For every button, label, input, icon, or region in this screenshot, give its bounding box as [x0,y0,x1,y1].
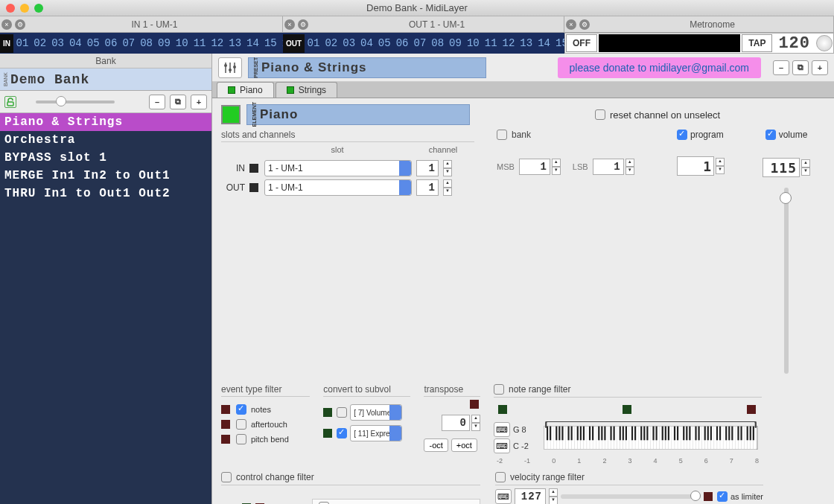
volume-value[interactable]: 115 [763,158,800,177]
lock-icon[interactable] [4,96,16,108]
channel-15[interactable]: 15 [261,37,279,49]
channel-12[interactable]: 12 [500,37,518,49]
preset-remove-button[interactable]: – [773,60,789,75]
note-range-hi-keyboard-icon[interactable]: ⌨ [494,422,510,437]
metro-settings-icon[interactable]: ⚙ [579,19,590,30]
channel-02[interactable]: 02 [31,37,49,49]
channel-10[interactable]: 10 [173,37,191,49]
channel-14[interactable]: 14 [244,37,262,49]
channel-07[interactable]: 07 [120,37,138,49]
channel-01[interactable]: 01 [13,37,31,49]
preset-duplicate-button[interactable]: ⧉ [792,60,809,75]
metronome-knob[interactable] [816,35,833,51]
cc-list-item[interactable]: [ 0] Bank Select [313,500,480,504]
preset-item[interactable]: BYPASS slot 1 [0,149,211,167]
transpose-value[interactable]: 0 [442,415,470,431]
velocity-hi-keyboard-icon[interactable]: ⌨ [495,489,512,504]
event-filter-checkbox[interactable] [236,434,246,444]
slot-device-select[interactable]: 1 - UM-1 [264,160,412,176]
convert-select[interactable]: [ 7] Volume [350,404,402,421]
velocity-hi-limiter-checkbox[interactable] [717,491,728,502]
channel-11[interactable]: 11 [191,37,208,49]
cc-filter-checkbox[interactable] [221,472,232,482]
in-settings-icon[interactable]: ⚙ [15,19,25,30]
channel-05[interactable]: 05 [84,37,102,49]
channel-12[interactable]: 12 [208,37,226,49]
preset-name-field[interactable]: PRESET Piano & Strings [248,57,486,78]
metronome-toggle-button[interactable]: OFF [566,34,597,52]
velocity-hi-slider[interactable] [561,494,701,499]
channel-07[interactable]: 07 [411,37,429,49]
transpose-oct-up-button[interactable]: +oct [451,438,477,452]
mixer-icon-button[interactable] [218,57,242,78]
event-filter-checkbox[interactable] [236,419,246,430]
reset-channel-checkbox-row[interactable]: reset channel on unselect [595,109,720,121]
convert-select[interactable]: [ 11] Express [350,425,402,441]
tab-piano[interactable]: Piano [217,82,274,98]
program-stepper[interactable]: ▲▼ [716,158,725,174]
keyboard-visual[interactable] [540,421,762,454]
channel-10[interactable]: 10 [464,37,482,49]
program-checkbox[interactable] [677,130,687,140]
channel-06[interactable]: 06 [393,37,411,49]
channel-09[interactable]: 09 [447,37,465,49]
preset-list[interactable]: Piano & StringsOrchestraBYPASS slot 1MER… [0,113,211,504]
bank-remove-button[interactable]: – [149,95,165,109]
element-active-indicator[interactable] [221,105,241,124]
channel-08[interactable]: 08 [429,37,447,49]
lsb-value[interactable]: 1 [593,159,624,175]
bank-checkbox[interactable] [497,130,507,140]
metronome-tap-button[interactable]: TAP [742,34,772,52]
slot-device-select[interactable]: 1 - UM-1 [264,179,412,196]
channel-04[interactable]: 04 [66,37,84,49]
event-filter-checkbox[interactable] [236,404,246,415]
cc-list[interactable]: [ 0] Bank Select[ 1] Modulation Wheel[ 2… [312,499,480,504]
channel-03[interactable]: 03 [340,37,358,49]
preset-item[interactable]: Piano & Strings [0,113,211,131]
volume-slider[interactable] [784,188,789,374]
slot-channel-value[interactable]: 1 [416,160,439,176]
bank-duplicate-button[interactable]: ⧉ [170,95,186,109]
preset-add-button[interactable]: + [812,60,828,75]
note-range-checkbox[interactable] [494,384,504,395]
channel-13[interactable]: 13 [226,37,244,49]
convert-checkbox[interactable] [337,407,347,418]
out-close-icon[interactable]: × [284,19,295,30]
transpose-oct-down-button[interactable]: -oct [424,438,448,452]
channel-05[interactable]: 05 [375,37,393,49]
volume-stepper[interactable]: ▲▼ [801,159,810,176]
out-settings-icon[interactable]: ⚙ [298,19,308,30]
velocity-range-checkbox[interactable] [495,472,506,482]
channel-02[interactable]: 02 [322,37,340,49]
channel-09[interactable]: 09 [156,37,174,49]
msb-stepper[interactable]: ▲▼ [552,159,561,175]
slot-channel-stepper[interactable]: ▲▼ [443,160,452,176]
program-value[interactable]: 1 [677,156,714,176]
in-close-icon[interactable]: × [1,19,12,30]
channel-13[interactable]: 13 [518,37,535,49]
preset-item[interactable]: Orchestra [0,131,211,149]
channel-06[interactable]: 06 [102,37,120,49]
note-range-lo-keyboard-icon[interactable]: ⌨ [494,438,510,453]
velocity-hi-stepper[interactable]: ▲▼ [549,488,558,504]
channel-14[interactable]: 14 [535,37,553,49]
bank-add-button[interactable]: + [191,95,207,109]
reset-channel-checkbox[interactable] [595,109,605,120]
lsb-stepper[interactable]: ▲▼ [626,159,634,175]
channel-04[interactable]: 04 [358,37,376,49]
channel-11[interactable]: 11 [482,37,500,49]
preset-item[interactable]: MERGE In1 In2 to Out1 [0,167,211,185]
slot-channel-value[interactable]: 1 [416,179,439,196]
channel-01[interactable]: 01 [305,37,322,49]
preset-item[interactable]: THRU In1 to Out1 Out2 [0,185,211,202]
transpose-stepper[interactable]: ▲▼ [471,415,480,431]
element-name-field[interactable]: ELEMENT Piano [246,104,470,125]
volume-checkbox[interactable] [765,130,776,140]
convert-checkbox[interactable] [337,428,347,438]
slot-channel-stepper[interactable]: ▲▼ [443,179,452,196]
msb-value[interactable]: 1 [519,159,550,175]
tab-strings[interactable]: Strings [276,82,337,98]
metro-close-icon[interactable]: × [566,19,576,30]
donate-banner[interactable]: please donate to midilayer@gmail.com [558,57,761,78]
bank-slider[interactable] [36,101,115,103]
